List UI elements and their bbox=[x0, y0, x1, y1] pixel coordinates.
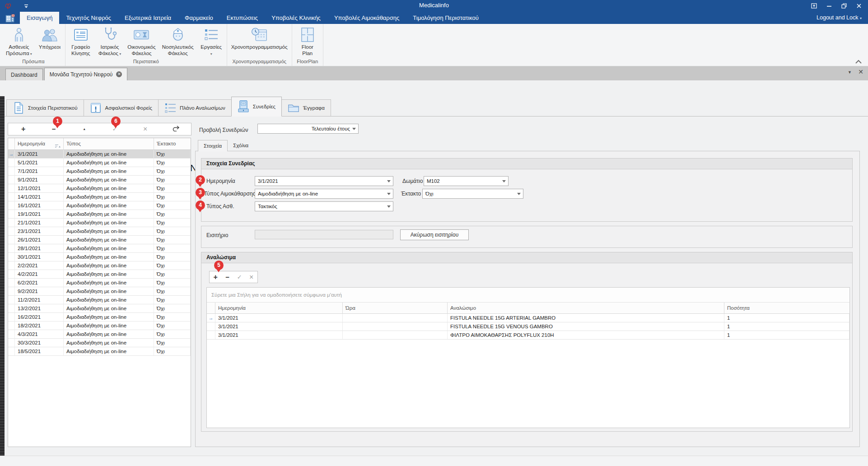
session-row[interactable]: 18/5/2021Αιμοδιαδιήθηση με on-lineΌχι bbox=[8, 347, 191, 356]
ribbon-button-finance[interactable]: ΟικονομικόςΦάκελος bbox=[124, 24, 159, 58]
close-icon[interactable] bbox=[851, 0, 866, 12]
session-row[interactable]: 13/2/2021Αιμοδιαδιήθηση με on-lineΌχι bbox=[8, 304, 191, 313]
date-combobox[interactable]: 3/1/2021 bbox=[255, 176, 393, 186]
tab-close-all-icon[interactable]: ✕ bbox=[858, 68, 863, 75]
dropdown-arrow-icon bbox=[352, 128, 356, 130]
dropdown-arrow-icon bbox=[387, 180, 391, 182]
extra-combobox[interactable]: Όχι bbox=[422, 189, 523, 199]
session-row[interactable]: →3/1/2021Αιμοδιαδιήθηση με on-lineΌχι bbox=[8, 150, 191, 158]
session-row[interactable]: 7/1/2021Αιμοδιαδιήθηση με on-lineΌχι bbox=[8, 167, 191, 176]
cross-button[interactable]: × bbox=[246, 272, 258, 283]
page-tab-label: Στοιχεία Περιστατικού bbox=[28, 105, 78, 111]
menu-tab-4[interactable]: Φαρμακείο bbox=[178, 12, 220, 24]
document-tab-2[interactable]: Μονάδα Τεχνητού Νεφρού✕ bbox=[44, 68, 128, 80]
dialysis-type-combobox[interactable]: Αιμοδιαδιήθηση με on-line bbox=[255, 189, 393, 199]
menu-tab-1[interactable]: Εισαγωγή bbox=[20, 12, 59, 24]
application-button[interactable] bbox=[0, 12, 20, 24]
caret-up-button[interactable]: ▲ bbox=[77, 124, 92, 135]
session-row[interactable]: 26/1/2021Αιμοδιαδιήθηση με on-lineΌχι bbox=[8, 236, 191, 244]
consumable-row[interactable]: 3/1/2021FISTULA NEEDLE 15G VENOUS GAMBRO… bbox=[207, 322, 849, 331]
column-header-1[interactable]: Ημερομηνία bbox=[215, 303, 343, 313]
consumable-cell: 1 bbox=[724, 314, 849, 322]
consumable-row[interactable]: →3/1/2021FISTULA NEEDLE 15G ARTERIAL GAM… bbox=[207, 314, 849, 322]
session-row[interactable]: 16/1/2021Αιμοδιαδιήθηση με on-lineΌχι bbox=[8, 201, 191, 210]
session-row[interactable]: 9/2/2021Αιμοδιαδιήθηση με on-lineΌχι bbox=[8, 287, 191, 296]
column-header-2[interactable]: Τύπος bbox=[64, 138, 154, 149]
session-row[interactable]: 19/1/2021Αιμοδιαδιήθηση με on-lineΌχι bbox=[8, 210, 191, 219]
redo-button[interactable] bbox=[168, 124, 183, 135]
page-tab-1[interactable]: Στοιχεία Περιστατικού bbox=[6, 99, 84, 116]
callout-badge-4: 4 bbox=[196, 200, 205, 210]
room-combobox[interactable]: M102 bbox=[424, 176, 509, 186]
ribbon-button-floorplan[interactable]: FloorPlan bbox=[293, 24, 322, 58]
session-row[interactable]: 21/1/2021Αιμοδιαδιήθηση με on-lineΌχι bbox=[8, 219, 191, 227]
page-tab-2[interactable]: Ασφαλιστικοί Φορείς bbox=[84, 99, 159, 116]
group-by-panel[interactable]: Σύρετε μια Στήλη για να ομαδοποιήσετε σύ… bbox=[207, 288, 849, 303]
check-button[interactable]: ✓ bbox=[233, 272, 246, 283]
detail-tab-1[interactable]: Στοιχεία bbox=[198, 140, 228, 151]
tab-list-dropdown-icon[interactable]: ▼ bbox=[848, 70, 852, 75]
column-header-1[interactable]: Ημερομηνία bbox=[15, 138, 64, 149]
session-row[interactable]: 11/2/2021Αιμοδιαδιήθηση με on-lineΌχι bbox=[8, 296, 191, 304]
menu-tab-3[interactable]: Εξωτερικά Ιατρεία bbox=[118, 12, 178, 24]
session-row[interactable]: 30/1/2021Αιμοδιαδιήθηση με on-lineΌχι bbox=[8, 253, 191, 261]
column-header-4[interactable]: Ποσότητα bbox=[724, 303, 849, 313]
session-row[interactable]: 16/2/2021Αιμοδιαδιήθηση με on-lineΌχι bbox=[8, 313, 191, 322]
session-cell: 9/2/2021 bbox=[15, 287, 64, 295]
session-row[interactable]: 23/1/2021Αιμοδιαδιήθηση με on-lineΌχι bbox=[8, 227, 191, 236]
page-tab-5[interactable]: Έγγραφα bbox=[281, 99, 331, 116]
plus-button[interactable]: + bbox=[16, 124, 31, 135]
cross-button[interactable]: × bbox=[138, 124, 153, 135]
menu-tab-2[interactable]: Τεχνητός Νεφρός bbox=[59, 12, 118, 24]
session-row[interactable]: 5/1/2021Αιμοδιαδιήθηση με on-lineΌχι bbox=[8, 158, 191, 167]
column-header-2[interactable]: Ώρα bbox=[343, 303, 448, 313]
session-row[interactable]: 9/1/2021Αιμοδιαδιήθηση με on-lineΌχι bbox=[8, 176, 191, 184]
menu-tab-6[interactable]: Υποβολές Κλινικής bbox=[265, 12, 327, 24]
tab-close-icon[interactable]: ✕ bbox=[116, 71, 122, 77]
page-tab-3[interactable]: Πλάνο Αναλωσίμων bbox=[158, 99, 232, 116]
session-row[interactable]: 18/2/2021Αιμοδιαδιήθηση με on-lineΌχι bbox=[8, 322, 191, 330]
session-row[interactable]: 4/3/2021Αιμοδιαδιήθηση με on-lineΌχι bbox=[8, 330, 191, 339]
column-header-3[interactable]: Έκτακτο bbox=[154, 138, 191, 149]
cancel-ticket-button[interactable]: Ακύρωση εισιτηρίου bbox=[400, 229, 469, 240]
document-tab-1[interactable]: Dashboard bbox=[5, 69, 43, 80]
session-row[interactable]: 2/2/2021Αιμοδιαδιήθηση με on-lineΌχι bbox=[8, 261, 191, 270]
detail-tab-2[interactable]: Σχόλια bbox=[228, 140, 254, 151]
column-header-3[interactable]: Αναλώσιμο bbox=[448, 303, 724, 313]
session-row[interactable]: 14/1/2021Αιμοδιαδιήθηση με on-lineΌχι bbox=[8, 193, 191, 201]
page-tab-4[interactable]: Συνεδρίες bbox=[231, 97, 282, 116]
tab-list-icon bbox=[164, 102, 176, 114]
ribbon-button-label: ΟικονομικόςΦάκελος bbox=[127, 44, 155, 57]
session-row[interactable]: 6/2/2021Αιμοδιαδιήθηση με on-lineΌχι bbox=[8, 279, 191, 287]
view-sessions-combobox[interactable]: Τελευταίου έτους bbox=[257, 124, 359, 134]
ribbon-button-people[interactable]: Υπόχρεοι bbox=[35, 24, 64, 58]
ribbon-button-nurse[interactable]: ΝοσηλευτικόςΦάκελος bbox=[159, 24, 197, 58]
session-row[interactable]: 30/3/2021Αιμοδιαδιήθηση με on-lineΌχι bbox=[8, 339, 191, 347]
pin-window-icon[interactable] bbox=[807, 0, 821, 12]
menu-tab-8[interactable]: Τιμολόγηση Περιστατικού bbox=[406, 12, 485, 24]
session-row[interactable]: 4/2/2021Αιμοδιαδιήθηση με on-lineΌχι bbox=[8, 270, 191, 279]
session-cell: Αιμοδιαδιήθηση με on-line bbox=[64, 347, 154, 355]
session-cell: Όχι bbox=[154, 261, 191, 270]
menu-tab-5[interactable]: Εκτυπώσεις bbox=[220, 12, 265, 24]
session-row[interactable]: 28/1/2021Αιμοδιαδιήθηση με on-lineΌχι bbox=[8, 244, 191, 253]
menu-tab-7[interactable]: Υποβολές Αιμοκάθαρσης bbox=[327, 12, 406, 24]
consumable-cell: 1 bbox=[724, 331, 849, 339]
ribbon-button-admission-desk[interactable]: ΓραφείοΚίνησης bbox=[66, 24, 95, 58]
patient-type-combobox[interactable]: Τακτικός bbox=[255, 201, 393, 211]
session-row[interactable]: 12/1/2021Αιμοδιαδιήθηση με on-lineΌχι bbox=[8, 184, 191, 193]
minus-button[interactable]: − bbox=[222, 272, 234, 283]
plus-button[interactable]: + bbox=[210, 272, 222, 283]
dropdown-arrow-icon: ▾ bbox=[29, 52, 32, 56]
ribbon-button-patient[interactable]: ΑσθενείςΠρόσωπα ▾ bbox=[3, 24, 35, 58]
ribbon-collapse-icon[interactable] bbox=[855, 58, 862, 63]
ribbon-button-tasks[interactable]: Εργασίες ▾ bbox=[197, 24, 226, 58]
ribbon-button-schedule[interactable]: Χρονοπρογραμματισμός bbox=[228, 24, 291, 58]
consumable-row[interactable]: 3/1/2021ΦΙΛΤΡΟ ΑΙΜΟΚΑΘΑΡΣΗΣ POLYFLUX 210… bbox=[207, 331, 849, 340]
minimize-icon[interactable] bbox=[821, 0, 836, 12]
restore-icon[interactable] bbox=[836, 0, 851, 12]
logout-button[interactable]: Logout and Lock ▾ bbox=[817, 12, 862, 24]
ribbon-button-stethoscope[interactable]: ΙατρικόςΦάκελος ▾ bbox=[95, 24, 124, 58]
session-cell: Όχι bbox=[154, 167, 191, 175]
ticket-input[interactable] bbox=[255, 230, 393, 239]
